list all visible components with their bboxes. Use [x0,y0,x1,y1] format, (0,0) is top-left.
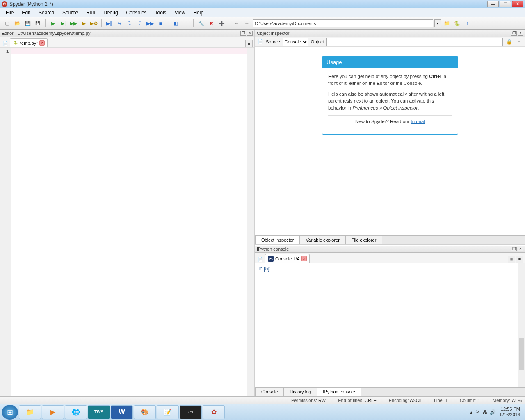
maximize-button[interactable]: ❐ [500,1,511,7]
taskbar-paint[interactable]: 🎨 [134,405,156,419]
working-directory-dropdown[interactable]: ▾ [434,19,441,27]
inspector-close-button[interactable]: × [518,31,523,36]
run-selection-button[interactable]: ▶ [79,19,88,28]
editor-close-button[interactable]: × [247,31,253,36]
menu-source[interactable]: Source [58,9,82,16]
menu-search[interactable]: Search [34,9,58,16]
start-button[interactable]: ⊞ [2,405,18,420]
save-all-button[interactable]: 💾 [33,19,42,28]
inspector-undock-button[interactable]: ❐ [511,31,517,36]
editor-undock-button[interactable]: ❐ [240,31,246,36]
parent-dir-button[interactable]: 🐍 [452,19,461,28]
source-select[interactable]: Console [283,38,308,46]
menu-debug[interactable]: Debug [99,9,122,16]
console-options-button[interactable]: ≡ [516,256,523,263]
maximize-pane-button[interactable]: ◧ [171,19,180,28]
taskbar-file-explorer[interactable]: 📁 [19,405,41,419]
working-directory-input[interactable] [253,19,433,27]
console-body[interactable]: In [5]: [255,263,525,387]
editor-scrollbar[interactable] [247,48,254,396]
console-scrollbar[interactable] [518,263,525,387]
add-path-button[interactable]: ➕ [217,19,226,28]
toolbar: ▢ 📂 💾 💾 ▶ ▶| ▶▶ ▶ ▶⚙ ▶‖ ↪ ⤵ ⤴ ▶▶ ■ ◧ ⛶ 🔧… [0,17,525,30]
debug-stop-button[interactable]: ■ [156,19,165,28]
tray-volume-icon[interactable]: 🔊 [490,409,496,415]
console-close-button[interactable]: × [518,247,523,251]
editor-tab-temp[interactable]: 🐍 temp.py* × [10,38,48,47]
editor-panel: Editor - C:\Users\academy\.spyder2\temp.… [0,30,255,396]
taskbar-media-player[interactable]: ▶ [42,405,64,419]
tray-flag-icon[interactable]: 🏳 [475,409,480,415]
tab-ipython-console[interactable]: IPython console [317,388,361,396]
tab-variable-explorer[interactable]: Variable explorer [299,236,345,244]
new-file-button[interactable]: ▢ [2,19,11,28]
minimize-button[interactable]: — [487,1,499,7]
menu-help[interactable]: Help [189,9,208,16]
inspector-lock-button[interactable]: 🔒 [505,38,513,46]
tab-history-log[interactable]: History log [283,388,317,396]
run-cell-button[interactable]: ▶| [59,19,68,28]
nav-forward-button[interactable]: → [242,19,251,28]
tutorial-link[interactable]: tutorial [411,119,425,124]
menu-file[interactable]: File [2,9,18,16]
up-dir-button[interactable]: ↑ [463,19,472,28]
editor-options-button[interactable]: ≡ [245,40,253,47]
menu-tools[interactable]: Tools [151,9,171,16]
debug-step-button[interactable]: ↪ [115,19,124,28]
taskbar-spyder[interactable]: ✿ [203,405,225,419]
status-column: Column: 1 [460,398,480,403]
close-button[interactable]: ✕ [512,1,523,7]
debug-step-into-button[interactable]: ⤵ [125,19,134,28]
tray-expand-icon[interactable]: ▴ [470,409,472,415]
taskbar-cmd[interactable]: C:\ [180,405,202,419]
run-button[interactable]: ▶ [48,19,57,28]
preferences-button[interactable]: 🔧 [196,19,205,28]
ipython-title: IPython console [257,247,289,251]
python-path-button[interactable]: ✖ [207,19,216,28]
tab-console[interactable]: Console [255,388,284,396]
tray-network-icon[interactable]: 🖧 [482,409,487,415]
taskbar-tws[interactable]: TWS [88,405,110,419]
close-console-tab-icon[interactable]: × [301,256,307,261]
taskbar-word[interactable]: W [111,405,133,419]
status-eol: End-of-lines: CRLF [338,398,377,403]
editor-browse-tabs-icon[interactable]: 📄 [2,40,9,47]
nav-back-button[interactable]: ← [232,19,241,28]
console-browse-tabs-icon[interactable]: 📄 [257,256,264,263]
close-tab-icon[interactable]: × [39,40,45,46]
open-file-button[interactable]: 📂 [13,19,22,28]
run-cell-advance-button[interactable]: ▶▶ [69,19,78,28]
browse-folder-button[interactable]: 📁 [442,19,451,28]
tab-object-inspector[interactable]: Object inspector [255,236,300,244]
fullscreen-button[interactable]: ⛶ [181,19,190,28]
menu-run[interactable]: Run [82,9,99,16]
debug-pause-button[interactable]: ▶‖ [105,19,114,28]
editor-body[interactable]: 1 [0,48,254,396]
debug-continue-button[interactable]: ▶▶ [146,19,155,28]
tray-icons[interactable]: ▴ 🏳 🖧 🔊 [470,409,496,415]
taskbar-chrome[interactable]: 🌐 [65,405,87,419]
scrollbar-thumb[interactable] [519,338,524,370]
console-undock-button[interactable]: ❐ [511,247,517,251]
inspector-options-button[interactable]: ≡ [515,38,523,46]
editor-header: Editor - C:\Users\academy\.spyder2\temp.… [0,30,254,37]
menu-consoles[interactable]: Consoles [122,9,151,16]
menubar: File Edit Search Source Run Debug Consol… [0,8,525,17]
debug-run-button[interactable]: ▶⚙ [89,19,98,28]
menu-edit[interactable]: Edit [18,9,34,16]
object-input[interactable] [326,38,503,46]
tab-file-explorer[interactable]: File explorer [345,236,383,244]
taskbar-notepad[interactable]: 📝 [157,405,179,419]
menu-view[interactable]: View [171,9,189,16]
ipython-icon: IP: [268,256,274,262]
object-inspector-panel: Object inspector ❐ × 📄 Source Console Ob… [255,30,525,244]
code-area[interactable] [11,48,247,396]
console-stop-button[interactable]: ■ [508,256,515,263]
tray-clock[interactable]: 12:55 PM 9/16/2016 [500,406,520,417]
editor-header-title: Editor - C:\Users\academy\.spyder2\temp.… [2,31,90,36]
object-inspector-header: Object inspector ❐ × [255,30,525,37]
object-label: Object [311,39,324,44]
save-button[interactable]: 💾 [23,19,32,28]
debug-step-out-button[interactable]: ⤴ [135,19,144,28]
console-tab-1a[interactable]: IP: Console 1/A × [265,254,310,263]
